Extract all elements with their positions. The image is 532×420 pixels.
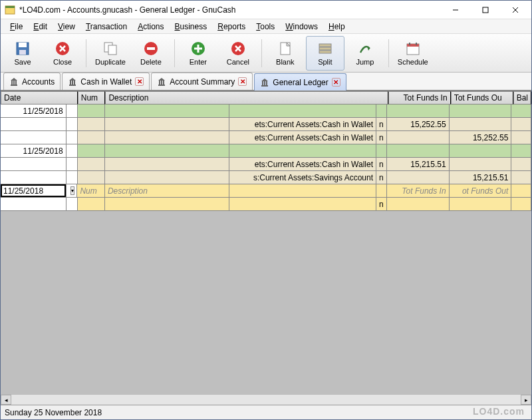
close-button[interactable] <box>500 1 530 19</box>
cell-bal[interactable] <box>511 158 531 170</box>
menu-tools[interactable]: Tools <box>251 21 280 33</box>
close-button[interactable]: Close <box>43 36 82 71</box>
menu-transaction[interactable]: Transaction <box>80 21 132 33</box>
cell-funds-in[interactable]: 15,215.51 <box>387 158 450 170</box>
cell-reconcile[interactable]: n <box>376 158 387 170</box>
cell-num[interactable] <box>78 105 106 117</box>
cell-n[interactable] <box>376 144 387 157</box>
cell-date[interactable]: 11/25/2018 <box>1 105 66 117</box>
cell-funds-in[interactable]: Tot Funds In <box>387 184 450 197</box>
cell-n[interactable] <box>376 105 387 117</box>
cell-desc[interactable] <box>105 118 229 130</box>
cell-reconcile[interactable] <box>376 184 387 197</box>
cell-funds-out[interactable] <box>450 158 512 170</box>
cell-funds-in[interactable] <box>387 171 450 184</box>
menu-reports[interactable]: Reports <box>212 21 251 33</box>
ledger-row[interactable]: 11/25/2018 <box>1 105 531 118</box>
cancel-button[interactable]: Cancel <box>219 36 257 71</box>
ledger-row[interactable]: s:Current Assets:Savings Accountn15,215.… <box>1 171 531 184</box>
cell-bal[interactable] <box>511 184 531 197</box>
cell-bal[interactable] <box>511 171 531 184</box>
cell-funds-out[interactable]: ot Funds Out <box>450 184 512 197</box>
maximize-button[interactable] <box>470 1 500 19</box>
cell-bal[interactable] <box>511 198 531 210</box>
cell-funds-out[interactable]: 15,215.51 <box>450 171 512 184</box>
cell-desc[interactable]: Description <box>105 184 229 197</box>
cell-num[interactable] <box>78 118 106 130</box>
cell-funds-out[interactable] <box>450 198 512 210</box>
menu-windows[interactable]: Windows <box>280 21 323 33</box>
cell-num[interactable] <box>78 198 106 210</box>
cell-date-edit[interactable]: 11/25/2018 <box>1 184 66 197</box>
cell-funds-out[interactable]: 15,252.55 <box>450 131 512 144</box>
minimize-button[interactable] <box>440 1 470 19</box>
cell-desc[interactable] <box>105 158 229 170</box>
cell-account[interactable] <box>229 198 376 210</box>
cell-acct[interactable] <box>229 105 376 117</box>
col-date[interactable]: Date <box>1 91 78 105</box>
schedule-button[interactable]: Schedule <box>393 36 433 71</box>
tab-close-icon[interactable]: ✕ <box>332 78 340 87</box>
cell-desc[interactable] <box>105 171 229 184</box>
cell-num[interactable]: Num <box>77 184 105 197</box>
chevron-down-icon[interactable]: ▾ <box>70 186 74 195</box>
cell-desc[interactable] <box>105 198 229 210</box>
cell-account[interactable]: s:Current Assets:Savings Account <box>229 171 376 184</box>
cell-num[interactable] <box>78 171 106 184</box>
cell-desc[interactable] <box>105 105 229 117</box>
cell-reconcile[interactable]: n <box>376 118 387 130</box>
cell-reconcile[interactable]: n <box>376 131 387 144</box>
blank-button[interactable]: Blank <box>266 36 305 71</box>
ledger-row[interactable]: ets:Current Assets:Cash in Walletn15,252… <box>1 131 531 144</box>
cell-funds-in[interactable] <box>387 131 450 144</box>
ledger-row[interactable]: ets:Current Assets:Cash in Walletn15,252… <box>1 118 531 131</box>
menu-help[interactable]: Help <box>323 21 350 33</box>
cell-reconcile[interactable]: n <box>376 198 387 210</box>
menu-file[interactable]: File <box>5 21 28 33</box>
menu-business[interactable]: Business <box>170 21 213 33</box>
col-num[interactable]: Num <box>78 91 106 105</box>
scroll-track[interactable] <box>11 395 521 405</box>
scroll-right-button[interactable]: ▸ <box>521 395 531 405</box>
duplicate-button[interactable]: Duplicate <box>90 36 130 71</box>
cell-bal[interactable] <box>511 131 531 144</box>
jump-button[interactable]: Jump <box>346 36 384 71</box>
cell-num[interactable] <box>78 144 106 157</box>
tab-close-icon[interactable]: ✕ <box>238 77 247 86</box>
menu-actions[interactable]: Actions <box>132 21 169 33</box>
cell-account[interactable]: ets:Current Assets:Cash in Wallet <box>229 131 376 144</box>
cell-out[interactable] <box>450 144 512 157</box>
cell-num[interactable] <box>78 158 106 170</box>
cell-bal[interactable] <box>511 105 531 117</box>
cell-funds-out[interactable] <box>450 118 512 130</box>
cell-bal[interactable] <box>511 118 531 130</box>
cell-bal[interactable] <box>511 144 531 157</box>
cell-date[interactable]: 11/25/2018 <box>1 144 66 157</box>
tab-accounts[interactable]: Accounts <box>3 73 61 90</box>
cell-funds-in[interactable]: 15,252.55 <box>387 118 450 130</box>
cell-reconcile[interactable]: n <box>376 171 387 184</box>
col-desc[interactable]: Description <box>105 91 388 105</box>
save-button[interactable]: Save <box>3 36 42 71</box>
cell-desc[interactable] <box>105 144 229 157</box>
cell-account[interactable]: ets:Current Assets:Cash in Wallet <box>229 118 376 130</box>
date-dropdown[interactable]: ▾ <box>66 184 78 197</box>
cell-account[interactable] <box>229 184 376 197</box>
cell-in[interactable] <box>387 105 450 117</box>
tab-cash-in-wallet[interactable]: Cash in Wallet✕ <box>62 73 150 90</box>
col-balance[interactable]: Bal <box>513 91 531 105</box>
col-funds-out[interactable]: Tot Funds Ou <box>451 91 513 105</box>
col-funds-in[interactable]: Tot Funds In <box>388 91 451 105</box>
cell-desc[interactable] <box>105 131 229 144</box>
split-button[interactable]: Split <box>306 36 344 71</box>
delete-button[interactable]: Delete <box>132 36 170 71</box>
cell-account[interactable]: ets:Current Assets:Cash in Wallet <box>229 158 376 170</box>
cell-funds-in[interactable] <box>387 198 450 210</box>
cell-acct[interactable] <box>229 144 376 157</box>
tab-account-summary[interactable]: Account Summary✕ <box>151 73 253 90</box>
tab-close-icon[interactable]: ✕ <box>135 77 144 86</box>
ledger-row[interactable]: n <box>1 198 531 211</box>
date-input[interactable]: 11/25/2018 <box>3 186 43 196</box>
cell-out[interactable] <box>450 105 512 117</box>
cell-num[interactable] <box>78 131 106 144</box>
